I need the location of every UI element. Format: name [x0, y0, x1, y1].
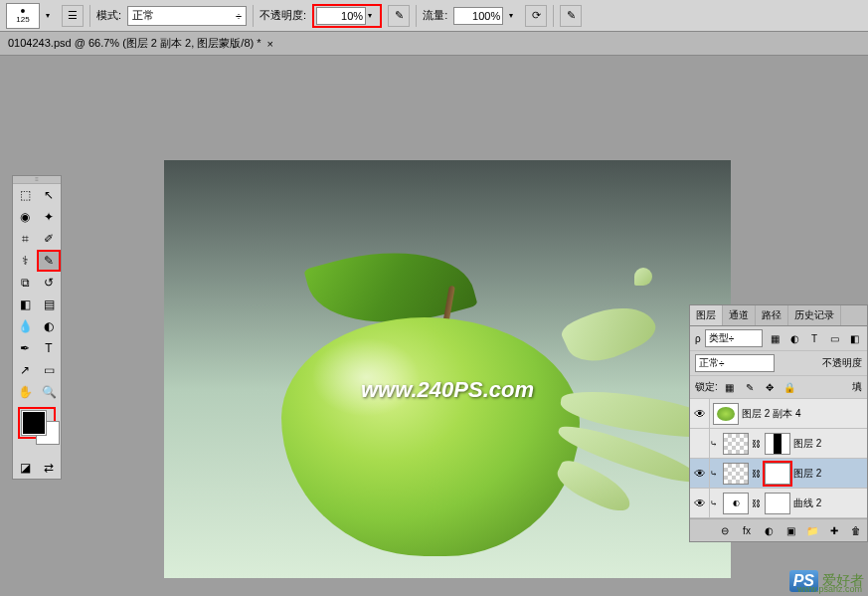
link-icon: ⛓ — [752, 469, 762, 479]
divider — [89, 5, 90, 27]
tab-channels[interactable]: 通道 — [723, 305, 756, 325]
layer-name: 曲线 2 — [793, 497, 867, 510]
filter-adjust-icon[interactable]: ◐ — [786, 330, 802, 346]
pressure-opacity-toggle[interactable]: ✎ — [388, 5, 410, 27]
blend-mode-select[interactable]: 正常 ÷ — [127, 6, 247, 26]
delete-layer-icon[interactable]: 🗑 — [848, 522, 864, 538]
layer-name: 图层 2 — [793, 467, 867, 481]
group-icon[interactable]: 📁 — [804, 522, 820, 538]
opacity-dropdown-icon[interactable]: ▾ — [368, 11, 378, 20]
layer-row[interactable]: ⤷ ⛓ 图层 2 — [690, 429, 867, 459]
visibility-toggle[interactable] — [690, 429, 710, 458]
new-layer-icon[interactable]: ✚ — [826, 522, 842, 538]
layer-row[interactable]: 👁 ⤷ ⛓ 图层 2 — [690, 459, 867, 489]
visibility-toggle[interactable]: 👁 — [690, 459, 710, 488]
healing-brush-tool[interactable]: ⚕ — [13, 250, 37, 272]
fill-label: 填 — [801, 380, 862, 394]
pen-tool[interactable]: ✒ — [13, 337, 37, 359]
tab-history[interactable]: 历史记录 — [788, 305, 841, 325]
filter-type-icon[interactable]: T — [806, 330, 822, 346]
lock-transparency-icon[interactable]: ▦ — [722, 379, 738, 395]
layer-blend-mode-select[interactable]: 正常÷ — [695, 354, 775, 372]
shape-tool[interactable]: ▭ — [37, 359, 61, 381]
clip-icon: ⤷ — [710, 439, 720, 449]
quick-mask-toggle[interactable]: ◪ — [13, 457, 37, 479]
brush-preset-picker[interactable]: 125 — [6, 3, 40, 29]
fx-icon[interactable]: fx — [739, 522, 755, 538]
lock-all-icon[interactable]: 🔒 — [781, 379, 797, 395]
mode-label: 模式: — [96, 8, 121, 23]
visibility-toggle[interactable]: 👁 — [690, 489, 710, 517]
blur-tool[interactable]: 💧 — [13, 315, 37, 337]
mask-thumbnail[interactable] — [765, 433, 790, 455]
mask-thumbnail[interactable] — [765, 463, 790, 485]
mask-icon[interactable]: ◐ — [761, 522, 777, 538]
brush-tool[interactable]: ✎ — [37, 250, 61, 272]
document-title: 0104243.psd @ 66.7% (图层 2 副本 2, 图层蒙版/8) … — [8, 36, 261, 51]
layer-row[interactable]: 👁 图层 2 副本 4 — [690, 399, 867, 429]
splash — [559, 291, 661, 373]
type-tool[interactable]: T — [37, 337, 61, 359]
watermark-url: www.psahz.com — [797, 584, 862, 594]
workspace: ≡ ⬚ ↖ ◉ ✦ ⌗ ✐ ⚕ ✎ ⧉ ↺ ◧ ▤ 💧 ◐ ✒ T ↗ ▭ ✋ … — [0, 56, 868, 596]
options-bar: 125 ▾ ☰ 模式: 正常 ÷ 不透明度: 10% ▾ ✎ 流量: 100% … — [0, 0, 868, 32]
layer-name: 图层 2 — [793, 437, 867, 451]
foreground-color-swatch[interactable] — [22, 411, 46, 435]
airbrush-toggle[interactable]: ⟳ — [525, 5, 547, 27]
layer-filter-select[interactable]: 类型÷ — [705, 329, 763, 347]
marquee-tool[interactable]: ⬚ — [13, 184, 37, 206]
clip-icon: ⤷ — [710, 498, 720, 508]
brush-size-value: 125 — [16, 15, 29, 24]
brush-panel-toggle[interactable]: ☰ — [62, 5, 84, 27]
layer-thumbnail[interactable] — [713, 403, 739, 425]
link-icon: ⛓ — [752, 439, 762, 449]
filter-shape-icon[interactable]: ▭ — [826, 330, 842, 346]
close-icon[interactable]: × — [267, 38, 273, 50]
hand-tool[interactable]: ✋ — [13, 381, 37, 403]
filter-smart-icon[interactable]: ◧ — [846, 330, 862, 346]
opacity-label: 不透明度: — [260, 8, 306, 23]
zoom-tool[interactable]: 🔍 — [37, 381, 61, 403]
magic-wand-tool[interactable]: ✦ — [37, 206, 61, 228]
flow-dropdown-icon[interactable]: ▾ — [509, 11, 519, 20]
gradient-tool[interactable]: ▤ — [37, 294, 61, 315]
color-swatches-highlight — [18, 407, 56, 439]
canvas[interactable]: www.240PS.com — [164, 160, 731, 578]
layer-thumbnail[interactable] — [723, 463, 749, 485]
link-icon: ⛓ — [752, 498, 762, 508]
panel-footer: ⊖ fx ◐ ▣ 📁 ✚ 🗑 — [690, 518, 867, 541]
eraser-tool[interactable]: ◧ — [13, 294, 37, 315]
lock-pixels-icon[interactable]: ✎ — [742, 379, 758, 395]
path-selection-tool[interactable]: ↗ — [13, 359, 37, 381]
screen-mode-toggle[interactable]: ⇄ — [37, 457, 61, 479]
panel-tabs: 图层 通道 路径 历史记录 — [690, 305, 867, 326]
tab-paths[interactable]: 路径 — [756, 305, 788, 325]
lasso-tool[interactable]: ◉ — [13, 206, 37, 228]
move-tool[interactable]: ↖ — [37, 184, 61, 206]
pressure-size-toggle[interactable]: ✎ — [560, 5, 582, 27]
layer-row[interactable]: 👁 ⤷ ◐ ⛓ 曲线 2 — [690, 489, 867, 518]
adjustment-thumbnail[interactable]: ◐ — [723, 493, 749, 514]
tools-panel: ≡ ⬚ ↖ ◉ ✦ ⌗ ✐ ⚕ ✎ ⧉ ↺ ◧ ▤ 💧 ◐ ✒ T ↗ ▭ ✋ … — [12, 175, 62, 480]
layer-thumbnail[interactable] — [723, 433, 749, 455]
clone-stamp-tool[interactable]: ⧉ — [13, 272, 37, 294]
eyedropper-tool[interactable]: ✐ — [37, 228, 61, 250]
crop-tool[interactable]: ⌗ — [13, 228, 37, 250]
clip-icon: ⤷ — [710, 469, 720, 479]
brush-dropdown-icon[interactable]: ▾ — [46, 11, 56, 20]
history-brush-tool[interactable]: ↺ — [37, 272, 61, 294]
lock-position-icon[interactable]: ✥ — [762, 379, 778, 395]
panel-drag-handle[interactable]: ≡ — [13, 176, 61, 184]
tab-layers[interactable]: 图层 — [690, 305, 723, 325]
mask-thumbnail[interactable] — [765, 493, 790, 514]
divider — [553, 5, 554, 27]
link-layers-icon[interactable]: ⊖ — [717, 522, 733, 538]
flow-input[interactable]: 100% — [453, 7, 503, 25]
filter-pixel-icon[interactable]: ▦ — [767, 330, 782, 346]
visibility-toggle[interactable]: 👁 — [690, 399, 710, 428]
adjustment-layer-icon[interactable]: ▣ — [782, 522, 798, 538]
canvas-watermark: www.240PS.com — [361, 377, 534, 403]
opacity-input[interactable]: 10% — [316, 7, 366, 25]
dodge-tool[interactable]: ◐ — [37, 315, 61, 337]
document-tab[interactable]: 0104243.psd @ 66.7% (图层 2 副本 2, 图层蒙版/8) … — [8, 36, 273, 51]
